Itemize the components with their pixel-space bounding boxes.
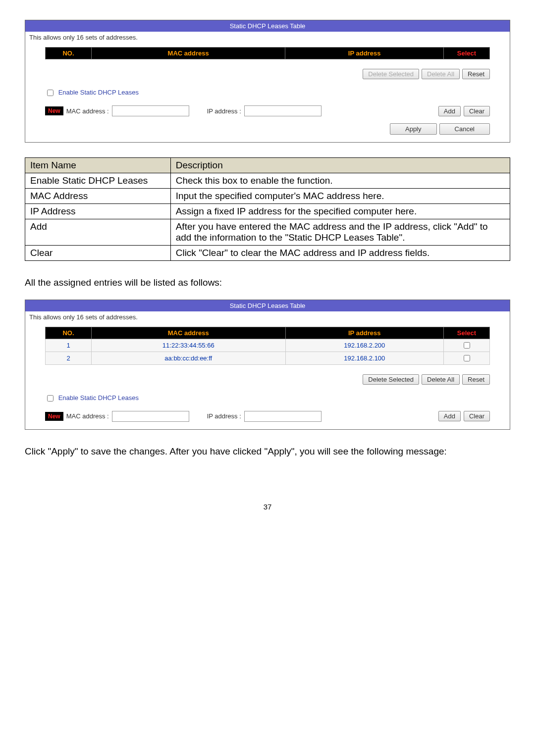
clear-button[interactable]: Clear (464, 106, 490, 116)
body-text-bottom: Click "Apply" to save the changes. After… (25, 445, 510, 458)
table-row: MAC Address Input the specified computer… (25, 189, 510, 204)
table-row: Enable Static DHCP Leases Check this box… (25, 173, 510, 189)
ip-address-label: IP address : (207, 107, 241, 115)
enable-static-dhcp-checkbox[interactable] (47, 90, 54, 96)
new-badge: New (45, 412, 63, 421)
table-row: Add After you have entered the MAC addre… (25, 219, 510, 246)
row-select-checkbox[interactable] (464, 355, 470, 361)
panel-title: Static DHCP Leases Table (25, 20, 510, 32)
apply-button[interactable]: Apply (390, 123, 437, 135)
panel-note: This allows only 16 sets of addresses. (25, 32, 510, 43)
ip-address-input[interactable] (244, 105, 321, 116)
dhcp-panel-filled: Static DHCP Leases Table This allows onl… (25, 300, 510, 430)
col-no: NO. (46, 48, 92, 59)
col-mac: MAC address (92, 327, 286, 339)
mac-address-input[interactable] (112, 411, 189, 422)
delete-selected-button[interactable]: Delete Selected (363, 374, 419, 385)
delete-all-button[interactable]: Delete All (422, 374, 460, 385)
table-row: 1 11:22:33:44:55:66 192.168.2.200 (46, 339, 490, 352)
col-select: Select (444, 48, 490, 59)
table-row: IP Address Assign a fixed IP address for… (25, 204, 510, 219)
delete-selected-button[interactable]: Delete Selected (363, 69, 419, 79)
col-ip: IP address (285, 48, 444, 59)
add-button[interactable]: Add (438, 411, 461, 421)
reset-button[interactable]: Reset (462, 69, 490, 79)
col-no: NO. (46, 327, 92, 339)
row-select-checkbox[interactable] (464, 342, 470, 349)
col-mac: MAC address (92, 48, 285, 59)
panel-title: Static DHCP Leases Table (25, 300, 510, 311)
delete-all-button[interactable]: Delete All (422, 69, 460, 79)
enable-static-dhcp-label: Enable Static DHCP Leases (58, 394, 139, 401)
body-text-middle: All the assigned entries will be listed … (25, 276, 510, 290)
enable-static-dhcp-checkbox[interactable] (47, 395, 54, 402)
new-badge: New (45, 106, 63, 115)
table-row: 2 aa:bb:cc:dd:ee:ff 192.168.2.100 (46, 352, 490, 364)
ip-address-label: IP address : (207, 412, 241, 420)
reset-button[interactable]: Reset (462, 374, 490, 385)
description-table: Item Name Description Enable Static DHCP… (25, 157, 510, 261)
mac-address-label: MAC address : (66, 107, 109, 115)
col-ip: IP address (285, 327, 443, 339)
clear-button[interactable]: Clear (464, 411, 490, 421)
add-button[interactable]: Add (438, 106, 461, 116)
desc-head-name: Item Name (25, 158, 171, 173)
table-row: Clear Click "Clear" to clear the MAC add… (25, 246, 510, 261)
mac-address-input[interactable] (112, 105, 189, 116)
col-select: Select (444, 327, 490, 339)
dhcp-table-empty: NO. MAC address IP address Select (45, 47, 490, 59)
panel-note: This allows only 16 sets of addresses. (25, 311, 510, 323)
mac-address-label: MAC address : (66, 412, 109, 420)
enable-static-dhcp-label: Enable Static DHCP Leases (58, 89, 139, 96)
dhcp-table-filled: NO. MAC address IP address Select 1 11:2… (45, 327, 490, 365)
cancel-button[interactable]: Cancel (439, 123, 490, 135)
page-number: 37 (25, 503, 510, 511)
dhcp-panel-empty: Static DHCP Leases Table This allows onl… (25, 20, 510, 143)
ip-address-input[interactable] (244, 411, 321, 422)
desc-head-desc: Description (170, 158, 510, 173)
